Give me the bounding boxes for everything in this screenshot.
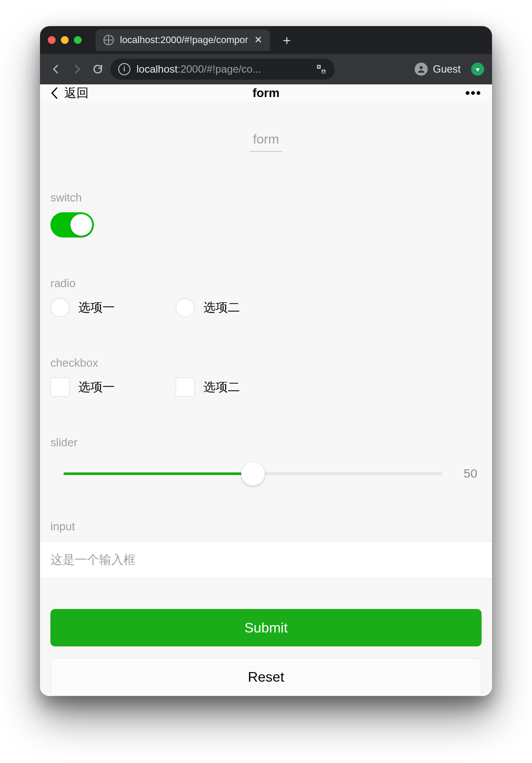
extension-button[interactable]: [471, 63, 484, 76]
minimize-window-button[interactable]: [61, 36, 69, 44]
switch-knob: [70, 214, 92, 236]
browser-tab[interactable]: localhost:2000/#!page/compor ✕: [96, 29, 270, 51]
window-controls: [48, 36, 82, 44]
slider-thumb[interactable]: [241, 462, 265, 485]
form-buttons: Submit Reset: [50, 609, 482, 696]
radio-icon: [50, 298, 70, 317]
checkbox-icon: [176, 378, 195, 397]
checkbox-label: checkbox: [50, 356, 482, 370]
page-header-title: form: [40, 86, 492, 100]
input-section: input: [50, 520, 482, 579]
profile-button[interactable]: Guest: [415, 63, 461, 76]
profile-label: Guest: [433, 63, 461, 75]
submit-button[interactable]: Submit: [50, 609, 482, 646]
radio-label: radio: [50, 277, 482, 290]
address-bar[interactable]: i localhost:2000/#!page/co...: [110, 59, 335, 80]
checkbox-option-1[interactable]: 选项一: [50, 378, 115, 397]
slider-section: slider 50: [50, 436, 482, 481]
url-text: localhost:2000/#!page/co...: [136, 63, 261, 75]
checkbox-option-2[interactable]: 选项二: [176, 378, 240, 397]
browser-window: localhost:2000/#!page/compor ✕ ＋ i local…: [40, 26, 492, 696]
close-tab-button[interactable]: ✕: [254, 35, 262, 45]
switch-section: switch: [50, 191, 482, 238]
page-title: form: [50, 132, 482, 152]
checkbox-option-label: 选项一: [78, 379, 115, 395]
close-window-button[interactable]: [48, 36, 56, 44]
browser-toolbar: i localhost:2000/#!page/co... Guest: [40, 54, 492, 84]
avatar-icon: [415, 63, 428, 76]
slider-value: 50: [456, 467, 477, 481]
checkbox-icon: [50, 378, 70, 397]
checkbox-section: checkbox 选项一 选项二: [50, 356, 482, 397]
slider-label: slider: [50, 436, 482, 449]
more-button[interactable]: •••: [465, 86, 482, 100]
radio-option-2[interactable]: 选项二: [176, 298, 240, 317]
slider-fill: [63, 472, 253, 475]
globe-icon: [103, 35, 114, 45]
slider-track[interactable]: [63, 472, 442, 475]
input-label: input: [50, 520, 482, 533]
new-tab-button[interactable]: ＋: [280, 33, 293, 47]
page-viewport: 返回 form ••• form switch radio: [40, 84, 492, 696]
reset-button[interactable]: Reset: [50, 658, 482, 696]
radio-option-1[interactable]: 选项一: [50, 298, 115, 317]
svg-point-0: [419, 66, 422, 69]
radio-option-label: 选项二: [203, 299, 240, 316]
browser-tabbar: localhost:2000/#!page/compor ✕ ＋: [40, 26, 492, 54]
site-info-icon[interactable]: i: [118, 63, 130, 75]
text-input[interactable]: [40, 541, 492, 579]
translate-icon[interactable]: [316, 64, 327, 75]
fullscreen-window-button[interactable]: [74, 36, 82, 44]
nav-back-button[interactable]: [48, 61, 64, 77]
tab-title: localhost:2000/#!page/compor: [120, 34, 248, 46]
radio-option-label: 选项一: [78, 299, 115, 316]
switch-toggle[interactable]: [50, 212, 94, 238]
switch-label: switch: [50, 191, 482, 204]
reload-button[interactable]: [90, 61, 106, 77]
back-label: 返回: [64, 85, 89, 101]
checkbox-option-label: 选项二: [203, 379, 240, 395]
nav-forward-button[interactable]: [69, 61, 85, 77]
radio-section: radio 选项一 选项二: [50, 277, 482, 317]
back-button[interactable]: 返回: [50, 85, 89, 101]
radio-icon: [176, 298, 195, 317]
app-header: 返回 form •••: [40, 84, 492, 101]
